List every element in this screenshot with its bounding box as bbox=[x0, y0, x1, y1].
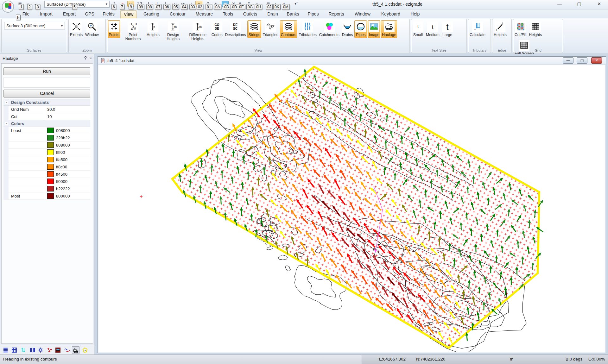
color-row[interactable]: 808000 bbox=[3, 141, 90, 149]
property-value[interactable]: 10 bbox=[47, 114, 52, 119]
color-row[interactable]: ffff00 bbox=[3, 149, 90, 156]
tab-keyboard[interactable]: Keyboard bbox=[378, 10, 403, 18]
window-button[interactable]: Window bbox=[84, 20, 100, 38]
color-swatch[interactable] bbox=[47, 164, 54, 170]
tab-import[interactable]: Import bbox=[37, 10, 56, 18]
medium-button[interactable]: tMedium bbox=[425, 20, 440, 38]
tab-help[interactable]: Help bbox=[408, 10, 423, 18]
descriptions-button[interactable]: DE SCDescriptions bbox=[224, 20, 247, 38]
color-swatch[interactable] bbox=[47, 179, 54, 184]
tab-banks[interactable]: Banks bbox=[284, 10, 302, 18]
points-button[interactable]: Points bbox=[108, 20, 120, 38]
large-button[interactable]: tLarge bbox=[441, 20, 454, 38]
tab-tools[interactable]: Tools bbox=[220, 10, 237, 18]
tab-outlets[interactable]: Outlets bbox=[240, 10, 260, 18]
tab-window[interactable]: Window bbox=[352, 10, 374, 18]
app-button[interactable]: F bbox=[2, 0, 14, 13]
color-row[interactable]: 228b22 bbox=[3, 134, 90, 141]
color-swatch[interactable] bbox=[47, 142, 54, 148]
property-row[interactable]: Cut 10 bbox=[3, 113, 90, 120]
color-row[interactable]: ff8c00 bbox=[3, 163, 90, 171]
tab-fields[interactable]: Fields bbox=[99, 10, 117, 18]
haulage-button[interactable]: Haulage bbox=[381, 20, 397, 38]
triangles-button[interactable]: Triangles bbox=[262, 20, 279, 38]
grid-view-icon[interactable] bbox=[10, 346, 18, 354]
extents-button[interactable]: Extents bbox=[69, 20, 84, 38]
boundary-icon[interactable] bbox=[81, 346, 89, 354]
profile-curve-icon[interactable] bbox=[63, 346, 71, 354]
color-row[interactable]: Most 800000 bbox=[3, 192, 90, 200]
difference-heights-button[interactable]: ΔhDifference Heights bbox=[186, 20, 210, 42]
collapse-icon[interactable]: − bbox=[5, 122, 8, 125]
red-crosses-icon[interactable] bbox=[46, 346, 54, 354]
property-category[interactable]: − Colors bbox=[3, 120, 90, 127]
surface-dropdown-quick[interactable]: Surface3 (Difference) ▼ bbox=[44, 1, 110, 8]
points-updown-icon[interactable] bbox=[19, 346, 27, 354]
color-row[interactable]: ff4500 bbox=[3, 171, 90, 178]
document-minimize-button[interactable]: — bbox=[563, 57, 573, 64]
color-swatch[interactable] bbox=[47, 193, 54, 199]
run-button[interactable]: Run bbox=[3, 67, 90, 75]
color-swatch[interactable] bbox=[47, 171, 54, 177]
image-button[interactable]: Image bbox=[368, 20, 380, 38]
map-canvas[interactable]: x bbox=[98, 65, 605, 352]
tab-export[interactable]: Export bbox=[60, 10, 79, 18]
tab-grading[interactable]: Grading bbox=[140, 10, 162, 18]
contours-button[interactable]: Contours bbox=[280, 20, 297, 38]
pipe-node-icon[interactable] bbox=[54, 346, 62, 354]
color-row[interactable]: ffa500 bbox=[3, 156, 90, 163]
point-numbers-button[interactable]: 12345Point Numbers bbox=[121, 20, 145, 42]
haulage-truck-icon[interactable] bbox=[72, 346, 79, 354]
heights-button[interactable]: ↕↕Heights bbox=[528, 20, 543, 38]
color-swatch[interactable] bbox=[47, 149, 54, 155]
minimize-button[interactable]: — bbox=[553, 1, 567, 8]
pin-icon[interactable] bbox=[83, 56, 88, 61]
codes-button[interactable]: CO DECodes bbox=[211, 20, 224, 38]
property-value[interactable]: 30.0 bbox=[47, 107, 55, 112]
ribbon-group-label: Edge bbox=[492, 48, 511, 52]
empty-field[interactable] bbox=[3, 78, 90, 88]
color-row[interactable]: ff0000 bbox=[3, 178, 90, 185]
tributaries-button[interactable]: Tributaries bbox=[298, 20, 317, 38]
document-restore-button[interactable]: ▢ bbox=[577, 57, 587, 64]
maximize-button[interactable]: ▢ bbox=[572, 1, 586, 8]
cut-fill-button[interactable]: Cut/Fill bbox=[514, 20, 527, 38]
design-heights-button[interactable]: dhDesign Heights bbox=[161, 20, 185, 42]
heights-button[interactable]: IIHeights bbox=[493, 20, 508, 38]
heights-button[interactable]: hHeights bbox=[146, 20, 161, 38]
tab-pipes[interactable]: Pipes bbox=[304, 10, 322, 18]
property-row[interactable]: Grid Num 30.0 bbox=[3, 106, 90, 113]
close-button[interactable]: ✕ bbox=[592, 1, 606, 8]
quick-access-overflow-icon[interactable]: ▼̄ bbox=[294, 2, 297, 5]
document-title-bar[interactable]: tb5_4 1.cdsdat — ▢ ✕ bbox=[98, 57, 606, 65]
collapse-icon[interactable]: − bbox=[5, 101, 8, 104]
property-category[interactable]: − Design Constraints bbox=[3, 99, 90, 106]
color-swatch[interactable] bbox=[47, 186, 54, 191]
small-button[interactable]: tSmall bbox=[412, 20, 424, 38]
catchments-button[interactable]: Catchments bbox=[318, 20, 340, 38]
tab-drain[interactable]: Drain bbox=[264, 10, 281, 18]
tab-gps[interactable]: GPS bbox=[82, 10, 98, 18]
color-hex: 008000 bbox=[56, 128, 70, 133]
cancel-button[interactable]: Cancel bbox=[3, 90, 90, 97]
color-swatch[interactable] bbox=[47, 128, 54, 133]
color-row[interactable]: Least 008000 bbox=[3, 127, 90, 134]
strings-button[interactable]: Strings bbox=[247, 20, 261, 38]
tab-reports[interactable]: Reports bbox=[325, 10, 347, 18]
calculate-button[interactable]: Calculate bbox=[469, 20, 486, 38]
color-row[interactable]: b22222 bbox=[3, 185, 90, 192]
columns-icon[interactable] bbox=[28, 346, 36, 354]
tab-file[interactable]: File bbox=[19, 10, 33, 18]
color-swatch[interactable] bbox=[47, 157, 54, 162]
document-close-button[interactable]: ✕ bbox=[591, 57, 602, 64]
pipes-button[interactable]: Pipes bbox=[354, 20, 367, 38]
tab-contour[interactable]: Contour bbox=[167, 10, 189, 18]
layer-lines-icon[interactable] bbox=[2, 346, 10, 354]
tab-measure[interactable]: Measure bbox=[193, 10, 216, 18]
panel-close-icon[interactable]: × bbox=[88, 56, 93, 61]
tab-view[interactable]: View bbox=[120, 10, 137, 18]
brightness-icon[interactable] bbox=[37, 346, 44, 354]
drains-button[interactable]: Drains bbox=[341, 20, 354, 38]
surface-dropdown[interactable]: Surface3 (Difference)▼ bbox=[4, 22, 65, 29]
color-swatch[interactable] bbox=[47, 135, 54, 141]
